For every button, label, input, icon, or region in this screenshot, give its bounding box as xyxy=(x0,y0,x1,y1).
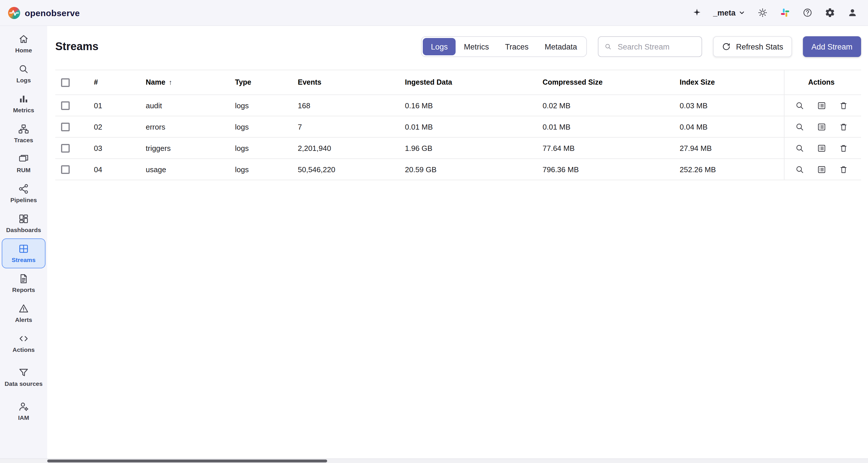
table-header-row: # Name ↑ Type Events Ingested Data Compr… xyxy=(55,70,861,95)
sidebar-item-label: Alerts xyxy=(15,316,32,323)
theme-toggle-icon[interactable] xyxy=(756,6,769,19)
delete-icon[interactable] xyxy=(838,122,848,131)
code-icon xyxy=(18,333,29,344)
delete-icon[interactable] xyxy=(838,100,848,110)
row-events: 2,201,940 xyxy=(288,137,395,158)
settings-gear-icon[interactable] xyxy=(824,6,836,19)
sidebar-item-label: Data sources xyxy=(5,380,42,388)
col-header-events[interactable]: Events xyxy=(288,70,395,94)
warning-icon xyxy=(18,303,29,314)
stream-details-icon[interactable] xyxy=(816,122,826,131)
row-select-cell xyxy=(55,137,84,158)
topbar: openobserve _meta xyxy=(0,0,868,26)
sidebar-item-logs[interactable]: Logs xyxy=(2,59,45,89)
logo[interactable]: openobserve xyxy=(8,7,80,19)
col-header-index-size[interactable]: Index Size xyxy=(670,70,784,94)
refresh-stats-button[interactable]: Refresh Stats xyxy=(713,36,792,57)
row-actions xyxy=(784,116,858,137)
row-checkbox[interactable] xyxy=(61,122,70,131)
sidebar-item-dashboards[interactable]: Dashboards xyxy=(2,209,45,239)
col-header-compressed[interactable]: Compressed Size xyxy=(533,70,670,94)
col-header-ingested[interactable]: Ingested Data xyxy=(395,70,533,94)
org-selector[interactable]: _meta xyxy=(713,8,746,17)
sidebar-item-home[interactable]: Home xyxy=(2,29,45,59)
refresh-stats-label: Refresh Stats xyxy=(736,42,783,51)
tab-traces[interactable]: Traces xyxy=(497,38,537,55)
explore-icon[interactable] xyxy=(795,122,804,131)
sidebar-item-metrics[interactable]: Metrics xyxy=(2,89,45,119)
user-profile-icon[interactable] xyxy=(846,6,859,19)
row-checkbox[interactable] xyxy=(61,165,70,174)
tab-logs[interactable]: Logs xyxy=(423,38,456,55)
sidebar-item-data-sources[interactable]: Data sources xyxy=(2,358,45,396)
sidebar-item-iam[interactable]: IAM xyxy=(2,396,45,426)
help-icon[interactable] xyxy=(801,6,814,19)
dashboard-icon xyxy=(18,213,29,224)
tab-metrics[interactable]: Metrics xyxy=(456,38,497,55)
row-index: 03 xyxy=(84,137,136,158)
col-header-num[interactable]: # xyxy=(84,70,136,94)
table-row: 01 audit logs 168 0.16 MB 0.02 MB 0.03 M… xyxy=(55,95,861,116)
search-input[interactable] xyxy=(617,42,696,52)
row-select-cell xyxy=(55,159,84,180)
sidebar-item-reports[interactable]: Reports xyxy=(2,268,45,298)
row-events: 50,546,220 xyxy=(288,159,395,180)
explore-icon[interactable] xyxy=(795,100,804,110)
row-checkbox[interactable] xyxy=(61,144,70,152)
sidebar-item-label: Logs xyxy=(17,76,31,84)
funnel-icon xyxy=(18,367,29,378)
col-header-name-label: Name xyxy=(146,78,165,86)
horizontal-scrollbar-track[interactable] xyxy=(0,458,868,463)
row-name: triggers xyxy=(136,137,225,158)
stream-search xyxy=(598,36,702,57)
slack-community-icon[interactable] xyxy=(779,6,792,19)
stream-details-icon[interactable] xyxy=(816,164,826,174)
share-icon xyxy=(18,183,29,195)
row-actions xyxy=(784,95,858,116)
row-checkbox[interactable] xyxy=(61,101,70,110)
stream-type-tabs: Logs Metrics Traces Metadata xyxy=(421,36,587,57)
table-grid-icon xyxy=(18,243,29,254)
sidebar-item-streams[interactable]: Streams xyxy=(2,239,45,268)
col-header-actions: Actions xyxy=(784,70,858,94)
row-ingested: 0.16 MB xyxy=(395,95,533,116)
ai-sparkle-icon[interactable] xyxy=(691,6,703,19)
horizontal-scrollbar-thumb[interactable] xyxy=(47,460,327,462)
row-actions xyxy=(784,159,858,180)
sort-ascending-icon[interactable]: ↑ xyxy=(169,78,172,86)
col-header-name[interactable]: Name ↑ xyxy=(136,70,225,94)
sidebar-item-label: Pipelines xyxy=(10,196,37,204)
col-header-type[interactable]: Type xyxy=(225,70,288,94)
tab-metadata[interactable]: Metadata xyxy=(536,38,585,55)
row-type: logs xyxy=(225,95,288,116)
row-name: errors xyxy=(136,116,225,137)
row-ingested: 20.59 GB xyxy=(395,159,533,180)
bar-chart-icon xyxy=(18,93,29,105)
delete-icon[interactable] xyxy=(838,143,848,153)
explore-icon[interactable] xyxy=(795,143,804,153)
org-selector-value: _meta xyxy=(713,8,736,17)
sidebar-item-rum[interactable]: RUM xyxy=(2,149,45,179)
select-all-cell xyxy=(55,70,84,94)
table-row: 03 triggers logs 2,201,940 1.96 GB 77.64… xyxy=(55,137,861,159)
page-controls: Logs Metrics Traces Metadata Refresh Sta… xyxy=(421,36,861,57)
explore-icon[interactable] xyxy=(795,164,804,174)
stream-details-icon[interactable] xyxy=(816,143,826,153)
sidebar-item-alerts[interactable]: Alerts xyxy=(2,298,45,328)
row-name: usage xyxy=(136,159,225,180)
row-compressed: 0.01 MB xyxy=(533,116,670,137)
table-row: 02 errors logs 7 0.01 MB 0.01 MB 0.04 MB xyxy=(55,116,861,137)
sidebar-item-traces[interactable]: Traces xyxy=(2,119,45,149)
sidebar-item-label: Streams xyxy=(12,256,36,264)
monitor-icon xyxy=(18,153,29,165)
select-all-checkbox[interactable] xyxy=(61,78,70,87)
main-content: Streams Logs Metrics Traces Metadata Ref… xyxy=(47,26,868,458)
row-name: audit xyxy=(136,95,225,116)
sidebar-item-pipelines[interactable]: Pipelines xyxy=(2,179,45,209)
page-header: Streams Logs Metrics Traces Metadata Ref… xyxy=(47,26,868,67)
add-stream-button[interactable]: Add Stream xyxy=(803,36,861,57)
stream-details-icon[interactable] xyxy=(816,100,826,110)
delete-icon[interactable] xyxy=(838,164,848,174)
sidebar-item-actions[interactable]: Actions xyxy=(2,328,45,358)
page-title: Streams xyxy=(55,40,98,53)
